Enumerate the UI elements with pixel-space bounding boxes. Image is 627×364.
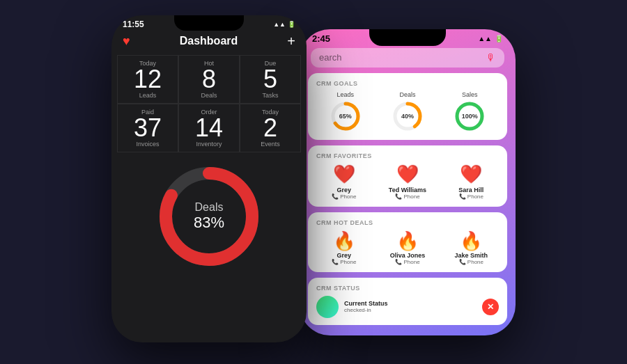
status-sub: checked-in xyxy=(344,307,477,313)
crm-status-row: Current Status checked-in ✕ xyxy=(316,296,499,318)
deals-donut: Deals 83% xyxy=(153,161,265,272)
deal-jake[interactable]: 🔥 Jake Smith 📞 Phone xyxy=(444,230,499,265)
front-header: ♥ Dashboard + xyxy=(111,31,307,55)
stat-events-bottom: Events xyxy=(261,141,280,148)
goal-leads: Leads 65% xyxy=(316,91,374,133)
stat-tasks-bottom: Tasks xyxy=(262,92,278,99)
fav-sara-name: Sara Hill xyxy=(458,187,483,193)
back-notch xyxy=(369,29,446,46)
add-button[interactable]: + xyxy=(287,33,295,49)
deals-label: Deals xyxy=(194,201,224,214)
stat-tasks-number: 5 xyxy=(263,67,277,92)
phone-back: 2:45 ▲▲ 🔋 earch 🎙 CRM GOALS Leads xyxy=(300,29,516,335)
crm-favorites-row: ❤️ Grey 📞 Phone ❤️ Ted Williams 📞 Phone … xyxy=(316,164,499,200)
stat-deals-bottom: Deals xyxy=(201,92,217,99)
crm-hot-deals-section: CRM HOT DEALS 🔥 Grey 📞 Phone 🔥 Oliva Jon… xyxy=(308,212,507,272)
goal-sales-pct: 100% xyxy=(462,113,478,120)
status-label: Current Status xyxy=(344,300,477,307)
fav-ted-name: Ted Williams xyxy=(389,187,426,193)
stat-leads-number: 12 xyxy=(134,67,162,92)
fav-ted-phone: 📞 Phone xyxy=(395,193,419,200)
scene: 2:45 ▲▲ 🔋 earch 🎙 CRM GOALS Leads xyxy=(70,15,557,349)
goal-sales-label: Sales xyxy=(462,91,478,98)
deal-jake-name: Jake Smith xyxy=(455,252,488,259)
crm-goals-section: CRM GOALS Leads 65% Deals xyxy=(308,73,507,140)
stat-inventory-bottom: Inventory xyxy=(196,141,222,148)
stat-leads: Today 12 Leads xyxy=(117,55,178,104)
front-status-icons: ▲▲ 🔋 xyxy=(273,21,295,28)
deal-oliva-name: Oliva Jones xyxy=(390,252,426,259)
stat-invoices-number: 37 xyxy=(134,116,162,141)
front-notch xyxy=(174,15,244,31)
stat-deals: Hot 8 Deals xyxy=(178,55,240,104)
crm-hot-deals-title: CRM HOT DEALS xyxy=(316,219,499,226)
deals-donut-label: Deals 83% xyxy=(194,201,224,232)
fav-ted[interactable]: ❤️ Ted Williams 📞 Phone xyxy=(380,164,435,200)
stat-leads-bottom: Leads xyxy=(139,92,157,99)
goal-deals-pct: 40% xyxy=(401,113,414,120)
fav-sara[interactable]: ❤️ Sara Hill 📞 Phone xyxy=(444,164,499,200)
stat-invoices: Paid 37 Invoices xyxy=(117,104,178,152)
heart-icon: ♥ xyxy=(123,34,130,49)
status-info: Current Status checked-in xyxy=(344,300,477,313)
stat-inventory: Order 14 Inventory xyxy=(178,104,240,152)
deal-oliva[interactable]: 🔥 Oliva Jones 📞 Phone xyxy=(380,230,435,265)
stat-tasks: Due 5 Tasks xyxy=(240,55,301,104)
hot-deals-row: 🔥 Grey 📞 Phone 🔥 Oliva Jones 📞 Phone 🔥 J… xyxy=(316,230,499,265)
stat-invoices-bottom: Invoices xyxy=(136,141,159,148)
search-bar[interactable]: earch 🎙 xyxy=(311,48,504,68)
back-status-icons: ▲▲ 🔋 xyxy=(478,35,503,42)
fav-sara-phone: 📞 Phone xyxy=(459,193,483,200)
deals-donut-section: Deals 83% xyxy=(111,161,307,272)
crm-favorites-title: CRM FAVORITES xyxy=(316,152,499,159)
stat-deals-number: 8 xyxy=(202,67,216,92)
crm-goals-row: Leads 65% Deals xyxy=(316,91,499,133)
goal-deals-label: Deals xyxy=(399,91,415,98)
deals-percent: 83% xyxy=(194,214,224,232)
back-time: 2:45 xyxy=(312,33,330,44)
goal-sales: Sales 100% xyxy=(441,91,499,133)
mic-icon: 🎙 xyxy=(486,52,496,63)
crm-status-title: CRM STATUS xyxy=(316,285,499,292)
goal-leads-pct: 65% xyxy=(339,113,352,120)
crm-favorites-section: CRM FAVORITES ❤️ Grey 📞 Phone ❤️ Ted Wil… xyxy=(308,145,507,207)
back-content: CRM GOALS Leads 65% Deals xyxy=(300,73,516,331)
dashboard-title: Dashboard xyxy=(180,35,238,47)
deal-placeholder: 🔥 Grey 📞 Phone xyxy=(316,230,371,265)
goal-leads-label: Leads xyxy=(336,91,354,98)
fav-placeholder: ❤️ Grey 📞 Phone xyxy=(316,164,371,200)
stats-grid: Today 12 Leads Hot 8 Deals Due 5 Tasks P… xyxy=(111,55,307,152)
deal-jake-phone: 📞 Phone xyxy=(459,259,483,265)
goal-deals-donut: 40% xyxy=(391,100,424,133)
stat-events: Today 2 Events xyxy=(240,104,301,152)
stat-inventory-number: 14 xyxy=(195,116,223,141)
deal-oliva-phone: 📞 Phone xyxy=(395,259,419,265)
crm-status-section: CRM STATUS Current Status checked-in ✕ xyxy=(308,278,507,325)
goal-leads-donut: 65% xyxy=(329,100,362,133)
status-avatar xyxy=(316,296,339,318)
goal-deals: Deals 40% xyxy=(378,91,436,133)
phone-front: 11:55 ▲▲ 🔋 ♥ Dashboard + Today 12 Leads … xyxy=(111,15,307,342)
search-text: earch xyxy=(319,52,342,63)
goal-sales-donut: 100% xyxy=(453,100,486,133)
stat-events-number: 2 xyxy=(263,116,277,141)
front-time: 11:55 xyxy=(123,19,144,29)
status-dismiss-button[interactable]: ✕ xyxy=(482,299,499,315)
crm-goals-title: CRM GOALS xyxy=(316,80,499,87)
